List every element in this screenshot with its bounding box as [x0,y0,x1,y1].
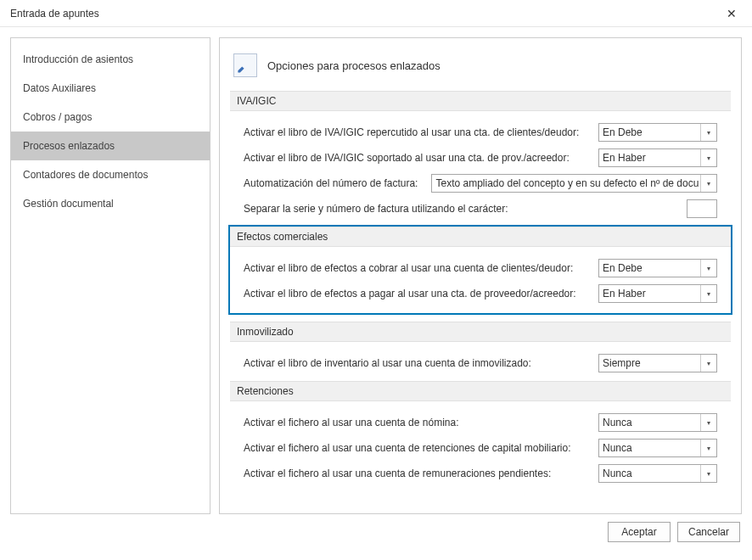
label: Activar el libro de efectos a cobrar al … [244,262,590,274]
combo-inventario[interactable]: Siempre ▾ [598,354,717,372]
cancel-button[interactable]: Cancelar [677,522,740,542]
row-iva-separar: Separar la serie y número de factura uti… [233,196,727,221]
dialog-footer: Aceptar Cancelar [0,514,752,550]
sidebar-item-cobros-pagos[interactable]: Cobros / pagos [11,103,210,132]
chevron-down-icon: ▾ [700,465,716,482]
combo-text: Nunca [603,417,700,428]
label: Activar el libro de IVA/IGIC soportado a… [244,152,590,164]
dialog-body: Introducción de asientos Datos Auxiliare… [0,27,752,514]
button-label: Cancelar [688,526,729,538]
row-ret-remuneraciones: Activar el fichero al usar una cuenta de… [233,461,727,486]
chevron-down-icon: ▾ [700,260,716,277]
section-header-inmovilizado: Inmovilizado [230,322,731,342]
sidebar: Introducción de asientos Datos Auxiliare… [10,37,210,514]
section-iva: IVA/IGIC Activar el libro de IVA/IGIC re… [233,91,727,221]
combo-text: Siempre [603,357,700,369]
sidebar-item-introduccion[interactable]: Introducción de asientos [11,45,210,74]
chevron-down-icon: ▾ [700,440,716,456]
combo-ret-remuneraciones[interactable]: Nunca ▾ [598,464,717,483]
sidebar-item-label: Contadores de documentos [23,169,148,181]
chevron-down-icon: ▾ [700,285,716,302]
combo-text: Texto ampliado del concepto y en su defe… [435,177,700,189]
row-efectos-pagar: Activar el libro de efectos a pagar al u… [233,281,727,306]
combo-iva-repercutido[interactable]: En Debe ▾ [598,123,717,142]
close-button[interactable]: ✕ [718,0,745,27]
combo-ret-capital[interactable]: Nunca ▾ [598,439,717,457]
combo-iva-auto[interactable]: Texto ampliado del concepto y en su defe… [431,174,717,193]
label: Separar la serie y número de factura uti… [244,203,678,215]
combo-text: En Debe [603,126,700,138]
section-inmovilizado: Inmovilizado Activar el libro de inventa… [233,322,727,376]
combo-efectos-pagar[interactable]: En Haber ▾ [598,284,717,303]
combo-text: En Debe [603,262,700,274]
page-icon [233,53,257,77]
button-label: Aceptar [621,526,656,538]
sidebar-item-label: Gestión documental [23,198,114,210]
row-ret-nomina: Activar el fichero al usar una cuenta de… [233,410,727,435]
combo-text: En Haber [603,288,700,300]
sidebar-item-label: Procesos enlazados [23,140,115,152]
section-header-iva: IVA/IGIC [230,91,731,111]
combo-text: En Haber [603,152,700,164]
sidebar-item-gestion-documental[interactable]: Gestión documental [11,189,210,218]
section-retenciones: Retenciones Activar el fichero al usar u… [233,381,727,486]
combo-text: Nunca [603,468,700,479]
sidebar-item-procesos-enlazados[interactable]: Procesos enlazados [11,132,210,160]
titlebar: Entrada de apuntes ✕ [0,0,752,27]
section-header-efectos: Efectos comerciales [230,227,731,247]
row-iva-auto: Automatización del número de factura: Te… [233,171,727,196]
input-separar-caracter[interactable] [687,199,717,218]
sidebar-item-label: Introducción de asientos [23,53,133,65]
row-iva-repercutido: Activar el libro de IVA/IGIC repercutido… [233,120,727,145]
sidebar-item-label: Datos Auxiliares [23,82,96,94]
chevron-down-icon: ▾ [700,149,716,166]
label: Activar el fichero al usar una cuenta de… [244,417,590,428]
close-icon: ✕ [727,7,737,20]
main-panel: Opciones para procesos enlazados IVA/IGI… [219,37,742,514]
row-ret-capital: Activar el fichero al usar una cuenta de… [233,435,727,461]
section-header-retenciones: Retenciones [230,381,731,401]
chevron-down-icon: ▾ [700,355,716,372]
combo-iva-soportado[interactable]: En Haber ▾ [598,148,717,167]
combo-efectos-cobrar[interactable]: En Debe ▾ [598,259,717,277]
sidebar-item-label: Cobros / pagos [23,111,92,123]
page-title: Opciones para procesos enlazados [267,59,441,72]
label: Automatización del número de factura: [244,177,418,189]
sidebar-item-contadores[interactable]: Contadores de documentos [11,160,210,189]
label: Activar el libro de efectos a pagar al u… [244,288,590,300]
label: Activar el fichero al usar una cuenta de… [244,468,590,479]
chevron-down-icon: ▾ [700,124,716,141]
sidebar-item-datos-auxiliares[interactable]: Datos Auxiliares [11,74,210,103]
label: Activar el libro de inventario al usar u… [244,357,590,369]
window-title: Entrada de apuntes [7,8,718,20]
chevron-down-icon: ▾ [700,414,716,431]
combo-ret-nomina[interactable]: Nunca ▾ [598,413,717,432]
page-header: Opciones para procesos enlazados [233,53,727,77]
chevron-down-icon: ▾ [700,175,716,192]
row-iva-soportado: Activar el libro de IVA/IGIC soportado a… [233,145,727,171]
row-efectos-cobrar: Activar el libro de efectos a cobrar al … [233,255,727,281]
input[interactable] [691,202,713,216]
section-efectos: Efectos comerciales Activar el libro de … [228,225,732,315]
accept-button[interactable]: Aceptar [608,522,671,542]
row-inventario: Activar el libro de inventario al usar u… [233,350,727,376]
label: Activar el fichero al usar una cuenta de… [244,442,590,454]
label: Activar el libro de IVA/IGIC repercutido… [244,126,590,138]
combo-text: Nunca [603,442,700,454]
